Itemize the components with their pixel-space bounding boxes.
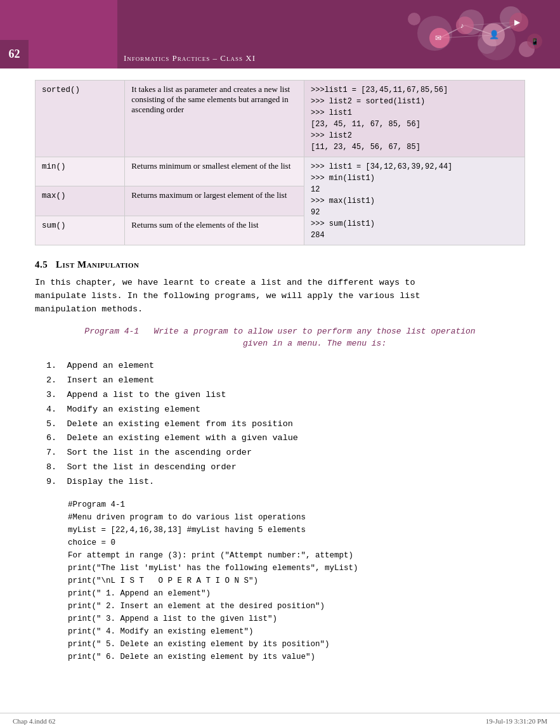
- header-bar: 62 Informatics Practices – Class XI ✉ ♪: [0, 0, 560, 68]
- code-line: print(" 2. Insert an element at the desi…: [68, 602, 325, 611]
- svg-text:📱: 📱: [531, 37, 539, 46]
- func-desc-sorted: It takes a list as parameter and creates…: [131, 84, 290, 114]
- code-line: #Menu driven program to do various list …: [68, 513, 306, 522]
- section-number: 4.5: [35, 259, 48, 270]
- code-line: print(" 1. Append an element"): [68, 589, 211, 598]
- func-example-sorted: >>>list1 = [23,45,11,67,85,56]>>> list2 …: [311, 86, 448, 152]
- list-item: 7. Sort the list in the ascending order: [46, 446, 525, 460]
- header-left-block: 62: [0, 0, 117, 68]
- list-item: 4. Modify an existing element: [46, 403, 525, 417]
- table-row: sorted() It takes a list as parameter an…: [36, 81, 525, 157]
- footer: Chap 4.indd 62 19-Jul-19 3:31:20 PM: [0, 713, 560, 728]
- code-line: choice = 0: [68, 538, 115, 547]
- svg-text:▶: ▶: [514, 18, 521, 27]
- main-content: sorted() It takes a list as parameter an…: [0, 68, 560, 675]
- code-line: print(" 4. Modify an existing element"): [68, 627, 254, 636]
- code-line: print("\nL I S T O P E R A T I O N S"): [68, 576, 258, 585]
- func-name-max: max(): [42, 192, 66, 200]
- program-label-text: Program 4-1 Write a program to allow use…: [84, 327, 475, 349]
- func-desc-max: Returns maximum or largest element of th…: [131, 190, 287, 200]
- header-graphic: ✉ ♪ 👤 ▶ 📱: [401, 3, 547, 67]
- table-row: min() Returns minimum or smallest elemen…: [36, 157, 525, 186]
- footer-left: Chap 4.indd 62: [13, 717, 56, 725]
- svg-point-6: [456, 16, 474, 34]
- code-line: myList = [22,4,16,38,13] #myList having …: [68, 526, 306, 535]
- list-item: 3. Append a list to the given list: [46, 388, 525, 403]
- code-block: #Program 4-1 #Menu driven program to do …: [68, 498, 525, 663]
- func-desc-min: Returns minimum or smallest element of t…: [131, 161, 290, 171]
- book-title: Informatics Practices – Class XI: [124, 53, 256, 63]
- svg-text:♪: ♪: [460, 22, 464, 29]
- svg-text:✉: ✉: [435, 34, 441, 42]
- list-item: 1. Append an element: [46, 359, 525, 374]
- code-line: print(" 6. Delete an existing element by…: [68, 653, 315, 661]
- func-name-sorted: sorted(): [42, 86, 80, 94]
- func-name-sum: sum(): [42, 221, 66, 230]
- section-heading: 4.5 List Manipulation: [35, 259, 525, 270]
- code-line: #Program 4-1: [68, 500, 125, 509]
- function-table: sorted() It takes a list as parameter an…: [35, 80, 525, 245]
- program-label: Program 4-1 Write a program to allow use…: [35, 325, 525, 350]
- network-svg: ✉ ♪ 👤 ▶ 📱: [401, 3, 547, 67]
- code-line: print(" 5. Delete an existing element by…: [68, 640, 330, 649]
- list-item: 2. Insert an element: [46, 374, 525, 388]
- func-desc-sum: Returns sum of the elements of the list: [131, 220, 258, 230]
- list-item: 8. Sort the list in descending order: [46, 460, 525, 475]
- footer-right: 19-Jul-19 3:31:20 PM: [486, 717, 547, 725]
- menu-list: 1. Append an element 2. Insert an elemen…: [46, 359, 525, 490]
- func-example-min-max-sum: >>> list1 = [34,12,63,39,92,44]>>> min(l…: [311, 162, 452, 240]
- page-number: 62: [0, 40, 29, 68]
- list-item: 5. Delete an existing element from its p…: [46, 417, 525, 432]
- section-title: List Manipulation: [56, 259, 140, 270]
- func-name-min: min(): [42, 162, 66, 171]
- body-paragraph: In this chapter, we have learnt to creat…: [35, 276, 525, 316]
- code-line: print("The list 'myList' has the followi…: [68, 564, 358, 573]
- svg-text:👤: 👤: [489, 29, 500, 40]
- list-item: 6. Delete an existing element with a giv…: [46, 431, 525, 446]
- code-line: print(" 3. Append a list to the given li…: [68, 614, 277, 623]
- code-line: For attempt in range (3): print ("Attemp…: [68, 551, 353, 560]
- list-item: 9. Display the list.: [46, 475, 525, 490]
